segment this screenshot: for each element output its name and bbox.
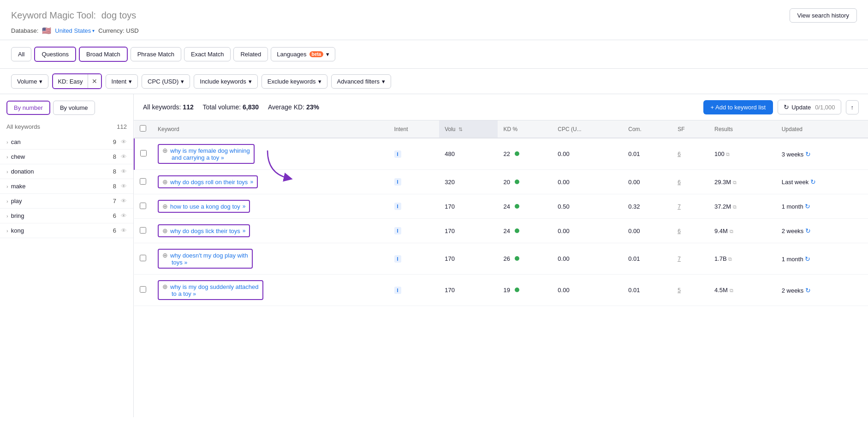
sf-value[interactable]: 7: [678, 256, 681, 262]
tab-broad-match[interactable]: Broad Match: [79, 47, 128, 62]
export-button[interactable]: ↑: [846, 100, 859, 114]
row-checkbox-cell[interactable]: [134, 243, 152, 275]
kd-filter[interactable]: KD: Easy ✕: [52, 73, 101, 89]
refresh-icon[interactable]: ↻: [810, 178, 816, 186]
eye-icon[interactable]: 👁: [121, 227, 127, 234]
intent-filter[interactable]: Intent ▾: [106, 74, 138, 89]
table-row: ⊕ why do dogs lick their toys » I 170 24…: [134, 219, 868, 243]
sf-cell[interactable]: 6: [672, 219, 709, 243]
keyword-cell[interactable]: ⊕ why doesn't my dog play with toys »: [152, 243, 389, 275]
table-row: ⊕ why doesn't my dog play with toys »: [134, 243, 868, 275]
keyword-text[interactable]: why is my dog suddenly attached: [170, 283, 259, 290]
sidebar-item-count: 6: [113, 212, 116, 219]
sidebar-item[interactable]: › can 9 👁: [0, 135, 133, 150]
sf-value[interactable]: 6: [678, 179, 681, 186]
select-all-checkbox[interactable]: [140, 125, 146, 132]
tab-questions[interactable]: Questions: [34, 47, 76, 62]
volume-filter[interactable]: Volume ▾: [11, 74, 48, 89]
kd-close-button[interactable]: ✕: [88, 74, 101, 88]
add-to-keyword-list-button[interactable]: + Add to keyword list: [703, 100, 773, 114]
keyword-text[interactable]: how to use a kong dog toy: [170, 203, 240, 210]
plus-icon: ⊕: [162, 147, 168, 154]
by-volume-button[interactable]: By volume: [53, 101, 95, 115]
sidebar-item[interactable]: › bring 6 👁: [0, 209, 133, 223]
header-cpc: CPC (U...: [552, 120, 623, 138]
row-checkbox-cell[interactable]: [134, 219, 152, 243]
tab-all[interactable]: All: [11, 47, 31, 61]
row-checkbox-cell[interactable]: [134, 170, 152, 194]
row-checkbox[interactable]: [140, 255, 146, 261]
sf-value[interactable]: 7: [678, 204, 681, 210]
sidebar-item-count: 6: [113, 227, 116, 234]
keyword-text[interactable]: why do dogs roll on their toys: [170, 179, 248, 186]
updated-value: 3 weeks: [782, 151, 804, 158]
sf-cell[interactable]: 7: [672, 194, 709, 219]
sf-cell[interactable]: 6: [672, 170, 709, 194]
chevron-right-icon: ›: [6, 184, 8, 189]
row-checkbox[interactable]: [140, 203, 146, 209]
sf-value[interactable]: 6: [678, 228, 681, 234]
eye-icon[interactable]: 👁: [121, 138, 127, 145]
tab-phrase-match[interactable]: Phrase Match: [131, 47, 181, 61]
sidebar-item[interactable]: › kong 6 👁: [0, 223, 133, 238]
cpc-cell: 0.00: [552, 170, 623, 194]
advanced-filters[interactable]: Advanced filters ▾: [331, 74, 392, 89]
chevron-down-icon: ▾: [318, 78, 321, 85]
eye-icon[interactable]: 👁: [121, 153, 127, 160]
sf-cell[interactable]: 7: [672, 243, 709, 275]
keyword-text[interactable]: why is my female dog whining: [170, 147, 250, 154]
sf-value[interactable]: 5: [678, 287, 681, 294]
row-checkbox-cell[interactable]: [134, 138, 152, 170]
row-checkbox[interactable]: [140, 178, 146, 185]
header-checkbox[interactable]: [134, 120, 152, 138]
refresh-icon[interactable]: ↻: [805, 150, 811, 158]
cpc-filter[interactable]: CPC (USD) ▾: [142, 74, 190, 89]
eye-icon[interactable]: 👁: [121, 212, 127, 219]
include-keywords-filter[interactable]: Include keywords ▾: [194, 74, 257, 89]
languages-button[interactable]: Languages beta ▾: [271, 47, 335, 61]
eye-icon[interactable]: 👁: [121, 183, 127, 190]
sidebar: By number By volume All keywords 112 › c…: [0, 94, 134, 417]
sidebar-count: 112: [117, 123, 127, 130]
sf-value[interactable]: 6: [678, 151, 681, 157]
sidebar-word: make: [11, 183, 26, 190]
row-checkbox[interactable]: [140, 150, 147, 156]
keyword-cell[interactable]: ⊕ how to use a kong dog toy »: [152, 194, 389, 219]
results-cell: 29.3M ⧉: [709, 170, 776, 194]
keyword-cell[interactable]: ⊕ why is my dog suddenly attached to a t…: [152, 275, 389, 306]
keyword-cell[interactable]: ⊕ why do dogs lick their toys »: [152, 219, 389, 243]
keyword-text[interactable]: why doesn't my dog play with: [170, 252, 248, 259]
row-checkbox[interactable]: [140, 227, 146, 234]
keyword-text[interactable]: why do dogs lick their toys: [170, 228, 240, 234]
tab-exact-match[interactable]: Exact Match: [184, 47, 231, 61]
header-volume[interactable]: Volu ⇅: [439, 120, 498, 138]
sf-cell[interactable]: 6: [672, 138, 709, 170]
refresh-icon[interactable]: ↻: [805, 287, 811, 294]
stats-actions: + Add to keyword list ↻ Update 0/1,000 ↑: [703, 100, 859, 114]
row-checkbox-cell[interactable]: [134, 194, 152, 219]
row-checkbox-cell[interactable]: [134, 275, 152, 306]
sf-cell[interactable]: 5: [672, 275, 709, 306]
com-cell: 0.01: [623, 275, 672, 306]
update-button[interactable]: ↻ Update 0/1,000: [778, 100, 841, 114]
sidebar-item[interactable]: › play 7 👁: [0, 194, 133, 209]
exclude-keywords-filter[interactable]: Exclude keywords ▾: [262, 74, 327, 89]
by-number-button[interactable]: By number: [6, 101, 50, 115]
country-dropdown[interactable]: United States ▾: [55, 27, 95, 34]
refresh-icon[interactable]: ↻: [805, 255, 810, 263]
currency-label: Currency: USD: [98, 27, 138, 34]
sidebar-item[interactable]: › donation 8 👁: [0, 164, 133, 179]
keyword-cell[interactable]: ⊕ why do dogs roll on their toys »: [152, 170, 389, 194]
row-checkbox[interactable]: [140, 286, 146, 293]
eye-icon[interactable]: 👁: [121, 198, 127, 204]
view-history-button[interactable]: View search history: [790, 8, 857, 23]
refresh-icon[interactable]: ↻: [805, 203, 810, 210]
tab-related[interactable]: Related: [233, 47, 268, 61]
eye-icon[interactable]: 👁: [121, 168, 127, 175]
refresh-icon[interactable]: ↻: [805, 227, 811, 234]
sidebar-item[interactable]: › chew 8 👁: [0, 150, 133, 164]
results-icon: ⧉: [728, 256, 732, 262]
keyword-cell[interactable]: ⊕ why is my female dog whining and carry…: [152, 138, 389, 170]
sidebar-item[interactable]: › make 8 👁: [0, 179, 133, 194]
header-updated: Updated: [776, 120, 868, 138]
